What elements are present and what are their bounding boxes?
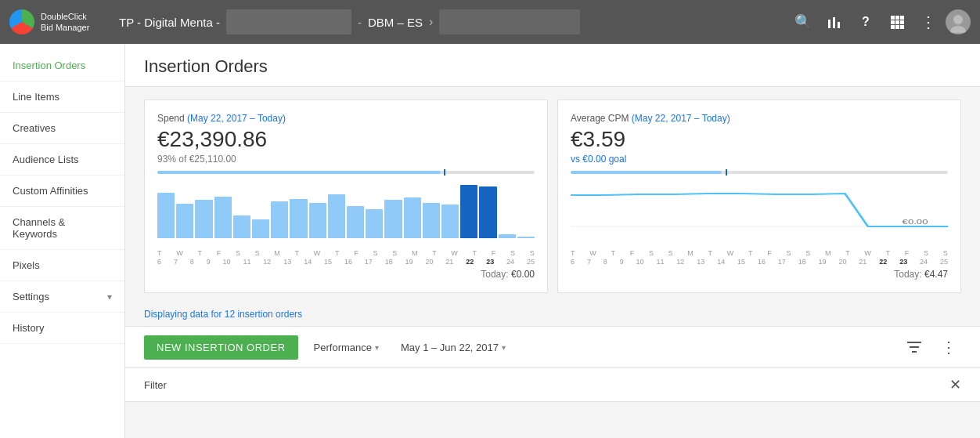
line-chart-svg: €0.00 [571, 183, 948, 238]
bar-item [271, 201, 288, 238]
breadcrumb-search2[interactable] [439, 9, 580, 34]
spend-progress-fill [157, 171, 441, 174]
cpm-date-range: (May 22, 2017 – Today) [632, 113, 730, 124]
svg-rect-5 [900, 16, 904, 20]
spend-value: €23,390.86 [157, 127, 535, 152]
bar-item [176, 204, 193, 238]
logo-circle-icon [9, 9, 34, 34]
bar-item [460, 185, 477, 238]
app-logo: DoubleClick Bid Manager [9, 9, 111, 34]
svg-rect-4 [895, 16, 899, 20]
spend-today-value: €0.00 [511, 269, 535, 280]
bar-item [233, 215, 250, 238]
svg-text:€0.00: €0.00 [903, 218, 928, 226]
filter-row: Filter ✕ [125, 368, 980, 402]
bar-item [157, 193, 175, 238]
spend-sub: 93% of €25,110.00 [157, 154, 535, 165]
svg-rect-11 [900, 25, 904, 29]
bar-chart [157, 183, 535, 238]
sidebar-item-line-items[interactable]: Line Items [0, 81, 124, 113]
topbar-actions: 🔍 ? ⋮ [789, 8, 971, 36]
help-button[interactable]: ? [852, 8, 880, 36]
search-button[interactable]: 🔍 [789, 8, 817, 36]
cpm-vs: vs €0.00 goal [571, 154, 626, 165]
more-vert-button[interactable]: ⋮ [914, 8, 942, 36]
cpm-value: €3.59 [571, 127, 948, 152]
sidebar-item-settings[interactable]: Settings ▾ [0, 281, 124, 313]
spend-today: Today: €0.00 [157, 269, 535, 280]
sidebar-item-history[interactable]: History [0, 313, 124, 344]
user-avatar[interactable] [946, 9, 971, 34]
filter-label: Filter [144, 379, 949, 391]
svg-rect-16 [907, 342, 921, 343]
spend-card-label: Spend (May 22, 2017 – Today) [157, 113, 535, 124]
breadcrumb: TP - Digital Menta - - DBM – ES › [119, 9, 781, 34]
cpm-progress-bar [571, 171, 948, 174]
chart-button[interactable] [820, 8, 848, 36]
cpm-card: Average CPM (May 22, 2017 – Today) €3.59… [557, 100, 961, 293]
bar-item [195, 200, 212, 238]
cpm-x-labels: TWT FSS MTW TFS SMT WTF SS [571, 249, 948, 257]
breadcrumb-part1: TP - Digital Menta - [119, 16, 220, 29]
svg-rect-17 [910, 346, 919, 348]
svg-rect-7 [895, 20, 899, 24]
cpm-card-label: Average CPM (May 22, 2017 – Today) [571, 113, 948, 124]
sidebar-item-custom-affinities[interactable]: Custom Affinities [0, 176, 124, 207]
bar-item [290, 199, 307, 239]
svg-rect-3 [891, 16, 895, 20]
more-vert-toolbar-button[interactable]: ⋮ [936, 335, 961, 360]
date-arrow-icon: ▾ [502, 343, 506, 352]
bar-item [499, 234, 516, 238]
bar-item [328, 194, 345, 238]
bar-item [366, 209, 383, 238]
spend-x-numbers: 678 91011 121314 151617 181920 2122 23 2… [157, 258, 535, 266]
new-insertion-order-button[interactable]: NEW INSERTION ORDER [144, 335, 298, 360]
sidebar-item-pixels[interactable]: Pixels [0, 250, 124, 281]
apps-button[interactable] [883, 8, 911, 36]
breadcrumb-sep: - [358, 16, 362, 29]
filter-close-button[interactable]: ✕ [949, 376, 961, 393]
sidebar-item-channels-keywords[interactable]: Channels & Keywords [0, 207, 124, 250]
cpm-sub: vs €0.00 goal [571, 154, 948, 165]
svg-point-12 [953, 15, 963, 24]
app-name: DoubleClick Bid Manager [41, 11, 89, 34]
bar-item [347, 206, 364, 238]
bar-item [517, 237, 535, 238]
spend-progress-bar [157, 171, 535, 174]
svg-point-13 [950, 26, 966, 33]
bar-item [214, 197, 232, 238]
bar-item [479, 186, 496, 238]
chevron-down-icon: ▾ [107, 291, 112, 302]
cpm-x-numbers: 678 91011 121314 151617 181920 2122 23 2… [571, 258, 948, 266]
toolbar-row: NEW INSERTION ORDER Performance ▾ May 1 … [125, 326, 980, 368]
info-bar: Displaying data for 12 insertion orders [125, 306, 980, 326]
performance-dropdown[interactable]: Performance ▾ [308, 337, 385, 358]
cards-row: Spend (May 22, 2017 – Today) €23,390.86 … [125, 87, 980, 306]
svg-rect-1 [833, 17, 835, 28]
date-range-dropdown[interactable]: May 1 – Jun 22, 2017 ▾ [395, 337, 512, 358]
date-range-label: May 1 – Jun 22, 2017 [401, 342, 499, 353]
cpm-progress-fill [571, 171, 722, 174]
main-content: Insertion Orders Spend (May 22, 2017 – T… [125, 44, 980, 438]
breadcrumb-part2: DBM – ES [368, 16, 423, 29]
bar-item [441, 205, 459, 238]
breadcrumb-arrow-icon: › [429, 15, 433, 29]
svg-rect-0 [828, 20, 830, 28]
sidebar-item-audience-lists[interactable]: Audience Lists [0, 144, 124, 176]
cpm-today-value: €4.47 [924, 269, 948, 280]
svg-rect-18 [912, 351, 917, 353]
svg-rect-8 [900, 20, 904, 24]
bar-item [384, 200, 402, 238]
svg-rect-10 [895, 25, 899, 29]
bar-item [309, 203, 326, 238]
spend-chart [157, 183, 535, 246]
breadcrumb-search[interactable] [226, 9, 351, 34]
cpm-today: Today: €4.47 [571, 269, 948, 280]
cpm-chart: €0.00 [571, 183, 948, 246]
sidebar-item-creatives[interactable]: Creatives [0, 113, 124, 144]
svg-rect-6 [891, 20, 895, 24]
sidebar-item-insertion-orders[interactable]: Insertion Orders [0, 50, 124, 81]
filter-list-button[interactable] [902, 335, 927, 360]
performance-arrow-icon: ▾ [375, 343, 379, 352]
bar-item [423, 203, 440, 238]
